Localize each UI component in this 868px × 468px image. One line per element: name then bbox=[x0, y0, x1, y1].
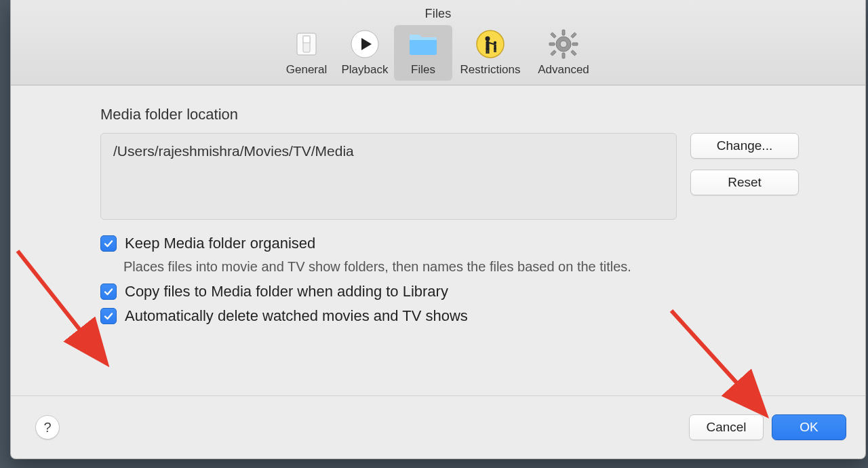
dialog-footer: ? Cancel OK bbox=[11, 395, 865, 459]
keep-organised-checkbox[interactable] bbox=[100, 235, 117, 252]
svg-rect-17 bbox=[572, 43, 578, 45]
titlebar: Files General bbox=[11, 0, 865, 85]
svg-rect-2 bbox=[303, 36, 310, 43]
svg-point-4 bbox=[477, 31, 504, 58]
window-title: Files bbox=[11, 0, 865, 24]
help-button[interactable]: ? bbox=[35, 415, 60, 440]
tab-label: Files bbox=[411, 63, 435, 77]
svg-rect-7 bbox=[486, 48, 488, 54]
change-button[interactable]: Change... bbox=[690, 133, 799, 159]
svg-rect-19 bbox=[571, 33, 576, 38]
auto-delete-label: Automatically delete watched movies and … bbox=[125, 307, 468, 325]
switch-icon bbox=[290, 28, 323, 60]
tab-label: Advanced bbox=[538, 63, 589, 77]
ok-button[interactable]: OK bbox=[772, 414, 846, 440]
svg-rect-21 bbox=[571, 50, 576, 56]
cancel-button[interactable]: Cancel bbox=[689, 414, 764, 440]
svg-rect-8 bbox=[488, 48, 489, 54]
media-folder-path: /Users/rajeshmishra/Movies/TV/Media bbox=[100, 133, 677, 220]
play-icon bbox=[349, 28, 381, 60]
tab-label: General bbox=[286, 63, 327, 77]
svg-rect-16 bbox=[549, 43, 555, 45]
keep-organised-hint: Places files into movie and TV show fold… bbox=[123, 259, 799, 275]
preferences-toolbar: General Playback Files bbox=[11, 25, 865, 81]
tab-label: Restrictions bbox=[460, 63, 521, 77]
tab-advanced[interactable]: Advanced bbox=[528, 25, 599, 81]
tab-restrictions[interactable]: Restrictions bbox=[452, 25, 528, 81]
svg-rect-15 bbox=[562, 53, 565, 58]
svg-rect-14 bbox=[562, 30, 565, 35]
svg-rect-18 bbox=[551, 33, 556, 38]
svg-rect-20 bbox=[551, 50, 556, 56]
copy-files-label: Copy files to Media folder when adding t… bbox=[125, 283, 448, 300]
files-preferences-window: Files General bbox=[10, 0, 866, 459]
keep-organised-label: Keep Media folder organised bbox=[125, 235, 315, 252]
copy-files-checkbox[interactable] bbox=[100, 284, 117, 300]
gear-icon bbox=[547, 28, 580, 60]
svg-rect-11 bbox=[494, 48, 495, 52]
reset-button[interactable]: Reset bbox=[690, 170, 799, 195]
svg-point-5 bbox=[486, 37, 490, 41]
options-group: Keep Media folder organised Places files… bbox=[100, 235, 799, 325]
svg-rect-12 bbox=[495, 48, 496, 52]
tab-label: Playback bbox=[342, 63, 389, 77]
folder-icon bbox=[407, 28, 439, 60]
auto-delete-checkbox[interactable] bbox=[100, 308, 117, 324]
svg-point-22 bbox=[560, 41, 567, 47]
tab-general[interactable]: General bbox=[277, 25, 336, 81]
content-area: Media folder location /Users/rajeshmishr… bbox=[11, 85, 865, 395]
tab-playback[interactable]: Playback bbox=[336, 25, 394, 81]
section-title: Media folder location bbox=[100, 106, 799, 123]
tab-files[interactable]: Files bbox=[394, 25, 452, 81]
parental-icon bbox=[474, 28, 507, 60]
